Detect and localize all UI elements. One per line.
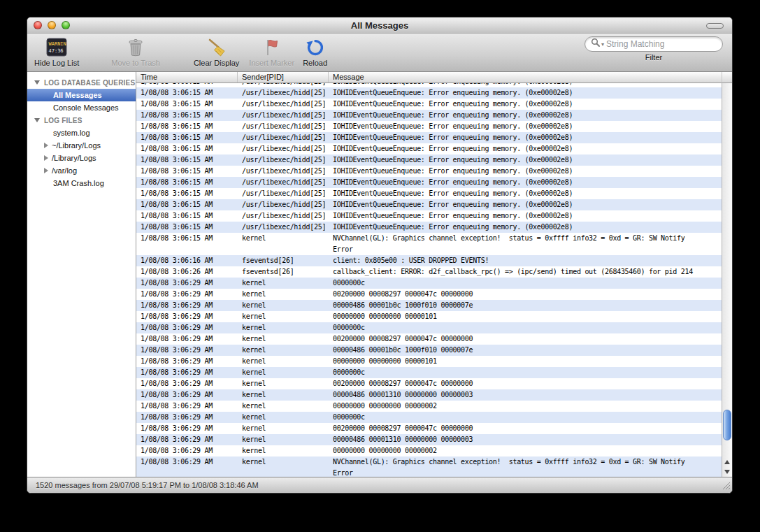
cell-sender-pid: /usr/libexec/hidd[25] [238,199,329,210]
cell-message: IOHIDEventQueueEnqueue: Error enqueuing … [329,166,722,177]
sidebar-item-user-library-logs[interactable]: ~/Library/Logs [27,139,136,152]
toolbar-button-label: Hide Log List [34,59,79,67]
log-table: Time Sender[PID] Message 1/08/08 3:06:15… [136,72,722,477]
table-row[interactable]: 1/08/08 3:06:15 AM/usr/libexec/hidd[25]I… [136,222,722,233]
table-row[interactable]: 1/08/08 3:06:29 AMkernel00200000 0000829… [136,378,722,389]
table-row[interactable]: 1/08/08 3:06:15 AM/usr/libexec/hidd[25]I… [136,188,722,199]
sidebar-item-system-log[interactable]: system.log [27,127,136,139]
cell-message: 00000000 00000000 00000002 [329,401,722,412]
table-row[interactable]: 1/08/08 3:06:15 AM/usr/libexec/hidd[25]I… [136,199,722,210]
cell-sender-pid: kernel [238,300,329,311]
table-row[interactable]: 1/08/08 3:06:26 AMfseventsd[26]callback_… [136,266,722,278]
cell-sender-pid: kernel [238,322,329,333]
table-row[interactable]: 1/08/08 3:06:15 AM/usr/libexec/hidd[25]I… [136,87,722,99]
cell-message: NVChannel(GL): Graphics channel exceptio… [329,456,722,477]
cell-time: 1/08/08 3:06:29 AM [136,322,238,333]
column-header-time[interactable]: Time [136,72,238,82]
sidebar-item-console-messages[interactable]: Console Messages [27,101,136,114]
scrollbar-thumb[interactable] [723,410,731,440]
disclosure-triangle-down-icon[interactable] [34,118,40,122]
table-row[interactable]: 1/08/08 3:06:29 AMkernel00000000 0000000… [136,445,722,456]
cell-sender-pid: kernel [238,389,329,401]
column-header-message[interactable]: Message [329,72,722,82]
table-row[interactable]: 1/08/08 3:06:29 AMkernel00000486 0000131… [136,389,722,401]
cell-time: 1/08/08 3:06:15 AM [136,99,238,110]
sidebar-section-log-database-queries[interactable]: LOG DATABASE QUERIES [27,76,136,89]
table-row[interactable]: 1/08/08 3:06:15 AM/usr/libexec/hidd[25]I… [136,177,722,188]
table-row[interactable]: 1/08/08 3:06:29 AMkernel00000000 0000000… [136,356,722,367]
disclosure-triangle-right-icon[interactable] [44,155,48,161]
cell-time: 1/08/08 3:06:16 AM [136,255,238,266]
disclosure-triangle-right-icon[interactable] [44,168,48,173]
section-header-label: LOG FILES [44,117,83,124]
sidebar-item-3am-crash-log[interactable]: 3AM Crash.log [27,177,136,189]
filter-search-field[interactable]: ▾ [585,36,723,52]
cell-sender-pid: kernel [238,412,329,423]
console-log-icon: WARNIN 47:36 [46,36,67,58]
toolbar-button-label: Insert Marker [249,59,294,67]
table-row[interactable]: 1/08/08 3:06:15 AM/usr/libexec/hidd[25]I… [136,210,722,222]
window-title: All Messages [27,17,732,34]
search-input[interactable] [606,39,717,49]
svg-text:WARNIN: WARNIN [49,41,66,47]
clear-display-button[interactable]: Clear Display [194,36,239,67]
insert-marker-button: Insert Marker [249,36,294,67]
cell-time: 1/08/08 3:06:26 AM [136,266,238,278]
table-row[interactable]: 1/08/08 3:06:29 AMkernel00200000 0000829… [136,423,722,434]
table-row[interactable]: 1/08/08 3:06:29 AMkernel0000000c [136,412,722,423]
sidebar-item-var-log[interactable]: /var/log [27,164,136,177]
reload-button[interactable]: Reload [303,36,327,67]
cell-time: 1/08/08 3:06:29 AM [136,367,238,378]
table-row[interactable]: 1/08/08 3:06:29 AMkernel00200000 0000829… [136,289,722,300]
scroll-up-button[interactable] [722,457,732,467]
cell-message: 00000486 00001310 00000000 00000003 [329,434,722,445]
sidebar-section-log-files[interactable]: LOG FILES [27,114,136,127]
table-row[interactable]: 1/08/08 3:06:16 AMfseventsd[26]client: 0… [136,255,722,266]
hide-log-list-button[interactable]: WARNIN 47:36 Hide Log List [34,36,79,67]
table-row[interactable]: 1/08/08 3:06:15 AM/usr/libexec/hidd[25]I… [136,132,722,143]
title-bar[interactable]: All Messages [27,17,732,34]
cell-message: 00200000 00008297 0000047c 00000000 [329,333,722,345]
table-row[interactable]: 1/08/08 3:06:29 AMkernel0000000c [136,367,722,378]
table-row[interactable]: 1/08/08 3:06:29 AMkernel00000000 0000000… [136,311,722,322]
table-row[interactable]: 1/08/08 3:06:29 AMkernel0000000c [136,322,722,333]
table-row[interactable]: 1/08/08 3:06:15 AM/usr/libexec/hidd[25]I… [136,99,722,110]
cell-time: 1/08/08 3:06:15 AM [136,154,238,166]
svg-text:47:36: 47:36 [49,48,64,54]
disclosure-triangle-right-icon[interactable] [44,143,48,148]
table-body[interactable]: 1/08/08 3:06:15 AM/usr/libexec/hidd[25]I… [136,83,722,477]
table-row[interactable]: 1/08/08 3:06:29 AMkernelNVChannel(GL): G… [136,456,722,477]
cell-time: 1/08/08 3:06:15 AM [136,110,238,121]
column-header-sender-pid[interactable]: Sender[PID] [238,72,329,82]
cell-message: 0000000c [329,412,722,423]
sidebar-item-all-messages[interactable]: All Messages [27,89,136,101]
table-row[interactable]: 1/08/08 3:06:29 AMkernel00000486 00001b0… [136,300,722,311]
scrollbar-track[interactable] [722,83,732,477]
cell-message: 00000000 00000000 00000002 [329,445,722,456]
table-row[interactable]: 1/08/08 3:06:29 AMkernel00000486 00001b0… [136,345,722,356]
table-row[interactable]: 1/08/08 3:06:29 AMkernel00200000 0000829… [136,333,722,345]
cell-sender-pid: /usr/libexec/hidd[25] [238,87,329,99]
table-row[interactable]: 1/08/08 3:06:15 AM/usr/libexec/hidd[25]I… [136,143,722,154]
cell-time: 1/08/08 3:06:29 AM [136,401,238,412]
vertical-scrollbar[interactable] [722,72,732,477]
sidebar-item-label: system.log [53,129,90,137]
scroll-down-button[interactable] [722,467,732,477]
marker-flag-icon [264,36,280,58]
search-menu-triangle-icon[interactable]: ▾ [601,41,604,48]
toolbar-toggle-button[interactable] [706,23,724,29]
table-row[interactable]: 1/08/08 3:06:15 AM/usr/libexec/hidd[25]I… [136,166,722,177]
cell-time: 1/08/08 3:06:15 AM [136,132,238,143]
table-row[interactable]: 1/08/08 3:06:29 AMkernel0000000c [136,278,722,289]
table-row[interactable]: 1/08/08 3:06:29 AMkernel00000000 0000000… [136,401,722,412]
cell-time: 1/08/08 3:06:29 AM [136,445,238,456]
resize-grip[interactable] [722,481,731,491]
table-row[interactable]: 1/08/08 3:06:29 AMkernel00000486 0000131… [136,434,722,445]
table-row[interactable]: 1/08/08 3:06:15 AM/usr/libexec/hidd[25]I… [136,110,722,121]
table-row[interactable]: 1/08/08 3:06:15 AM/usr/libexec/hidd[25]I… [136,154,722,166]
sidebar-item-library-logs[interactable]: /Library/Logs [27,152,136,164]
disclosure-triangle-down-icon[interactable] [34,80,40,85]
cell-message: 00000486 00001b0c 1000f010 0000007e [329,300,722,311]
table-row[interactable]: 1/08/08 3:06:15 AM/usr/libexec/hidd[25]I… [136,121,722,132]
table-row[interactable]: 1/08/08 3:06:15 AMkernelNVChannel(GL): G… [136,233,722,255]
